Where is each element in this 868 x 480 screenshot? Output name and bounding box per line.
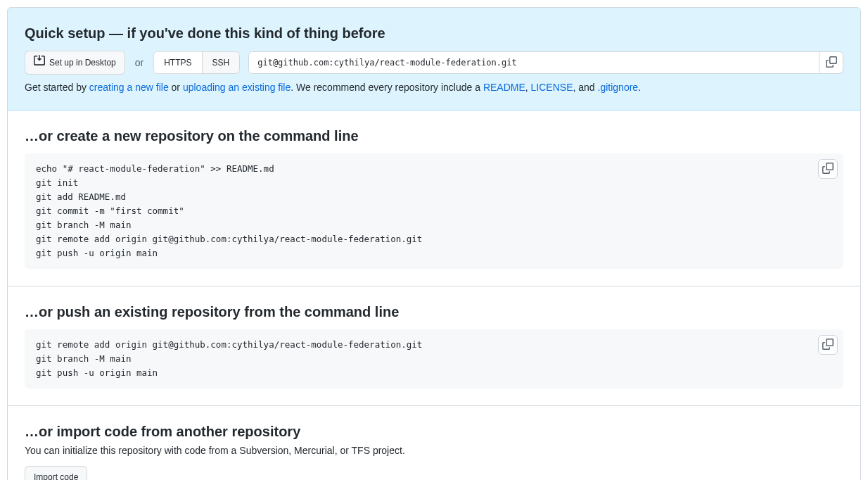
- create-new-section: …or create a new repository on the comma…: [8, 110, 860, 286]
- link-readme[interactable]: README: [483, 82, 525, 93]
- import-section: …or import code from another repository …: [8, 406, 860, 480]
- clone-url-input[interactable]: [248, 51, 819, 74]
- push-existing-title: …or push an existing repository from the…: [25, 303, 843, 321]
- desktop-download-icon: [34, 55, 49, 70]
- protocol-ssh-button[interactable]: SSH: [202, 51, 241, 74]
- copy-create-new-button[interactable]: [818, 159, 838, 179]
- push-existing-section: …or push an existing repository from the…: [8, 286, 860, 406]
- repo-setup-box: Quick setup — if you've done this kind o…: [7, 7, 861, 480]
- quick-setup-title: Quick setup — if you've done this kind o…: [25, 25, 843, 42]
- setup-desktop-button[interactable]: Set up in Desktop: [25, 51, 125, 75]
- create-new-code[interactable]: echo "# react-module-federation" >> READ…: [25, 153, 843, 269]
- quick-setup-helper: Get started by creating a new file or up…: [25, 82, 843, 93]
- quick-setup-row: Set up in Desktop or HTTPS SSH: [25, 51, 843, 75]
- link-gitignore[interactable]: .gitignore: [598, 82, 639, 93]
- setup-desktop-label: Set up in Desktop: [49, 56, 116, 70]
- create-new-title: …or create a new repository on the comma…: [25, 127, 843, 145]
- copy-url-button[interactable]: [819, 51, 843, 74]
- clone-url-wrap: [248, 51, 843, 74]
- copy-icon: [822, 339, 834, 352]
- import-title: …or import code from another repository: [25, 423, 843, 441]
- copy-icon: [826, 56, 837, 70]
- copy-icon: [822, 163, 834, 176]
- or-text: or: [135, 57, 143, 68]
- protocol-toggle: HTTPS SSH: [153, 51, 240, 74]
- push-existing-code-wrap: git remote add origin git@github.com:cyt…: [25, 329, 843, 389]
- push-existing-code[interactable]: git remote add origin git@github.com:cyt…: [25, 329, 843, 389]
- copy-push-existing-button[interactable]: [818, 335, 838, 355]
- create-new-code-wrap: echo "# react-module-federation" >> READ…: [25, 153, 843, 269]
- link-upload-file[interactable]: uploading an existing file: [183, 82, 291, 93]
- quick-setup-section: Quick setup — if you've done this kind o…: [7, 7, 861, 110]
- link-new-file[interactable]: creating a new file: [89, 82, 169, 93]
- link-license[interactable]: LICENSE: [531, 82, 573, 93]
- import-description: You can initialize this repository with …: [25, 445, 843, 456]
- protocol-https-button[interactable]: HTTPS: [153, 51, 201, 74]
- import-code-button[interactable]: Import code: [25, 466, 87, 480]
